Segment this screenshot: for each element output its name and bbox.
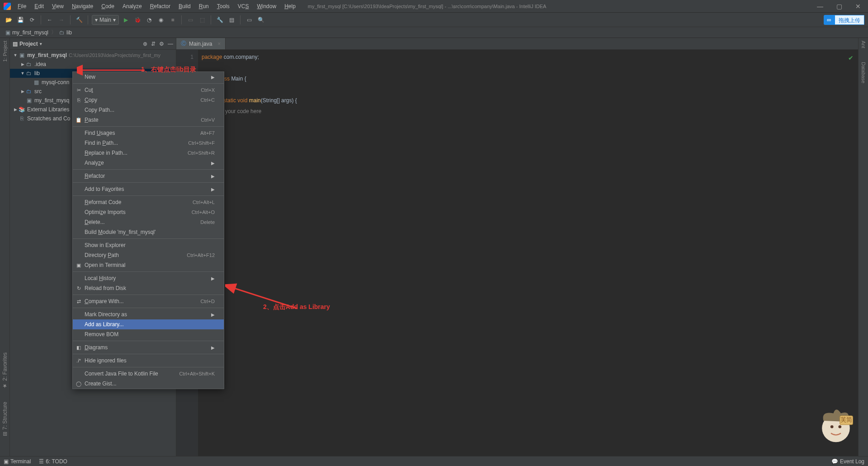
menu-item-add-to-favorites[interactable]: Add to Favorites▶: [73, 184, 224, 194]
dropdown-icon: ▾: [113, 17, 116, 23]
hide-icon[interactable]: —: [168, 41, 173, 47]
breadcrumb-my_first_mysql[interactable]: ▣my_first_mysql: [4, 29, 50, 36]
open-icon[interactable]: 📂: [4, 15, 14, 25]
menu-item-hide-ignored-files[interactable]: .i*Hide ignored files: [73, 356, 224, 366]
tool-tab-todo[interactable]: ☰ 6: TODO: [39, 458, 67, 465]
menu-file[interactable]: File: [14, 2, 29, 11]
menu-item-show-in-explorer[interactable]: Show in Explorer: [73, 240, 224, 250]
tool-tab-database[interactable]: Database: [861, 62, 866, 83]
menu-item-copy[interactable]: ⎘CopyCtrl+C: [73, 95, 224, 105]
menu-item-add-as-library[interactable]: Add as Library...: [73, 319, 224, 329]
locate-icon[interactable]: ⊕: [143, 41, 147, 47]
profile-icon[interactable]: ◉: [156, 15, 166, 25]
gear-icon[interactable]: ⚙: [159, 41, 164, 47]
menu-item-reformat-code[interactable]: Reformat CodeCtrl+Alt+L: [73, 197, 224, 207]
tab-close-icon[interactable]: ×: [217, 41, 221, 47]
settings-icon[interactable]: 🔧: [215, 15, 225, 25]
tool-tab-terminal[interactable]: ▣ Terminal: [4, 458, 31, 465]
menu-item-icon: ▣: [75, 262, 82, 268]
menu-refactor[interactable]: Refactor: [147, 2, 174, 11]
run-icon[interactable]: ▶: [121, 15, 131, 25]
chevron-right-icon: 〉: [51, 29, 57, 36]
menu-item-optimize-imports[interactable]: Optimize ImportsCtrl+Alt+O: [73, 207, 224, 217]
menu-tools[interactable]: Tools: [214, 2, 233, 11]
menu-edit[interactable]: Edit: [31, 2, 47, 11]
tree-twisty-icon[interactable]: ▼: [13, 53, 18, 57]
menu-item-delete[interactable]: Delete...Delete: [73, 217, 224, 227]
stop-icon[interactable]: ■: [168, 15, 178, 25]
menu-separator: [73, 238, 224, 239]
tool-tab-event-log[interactable]: 💬 Event Log: [831, 458, 864, 465]
menu-help[interactable]: Help: [281, 2, 299, 11]
back-icon[interactable]: ←: [45, 15, 55, 25]
menu-item-find-in-path[interactable]: Find in Path...Ctrl+Shift+F: [73, 138, 224, 148]
maximize-icon[interactable]: ▢: [833, 3, 845, 10]
tree-twisty-icon[interactable]: ▼: [20, 71, 25, 76]
menu-vcs[interactable]: VCS: [235, 2, 252, 11]
menu-item-copy-path[interactable]: Copy Path...: [73, 105, 224, 115]
actions-icon[interactable]: ▭: [244, 15, 254, 25]
menu-item-directory-path[interactable]: Directory PathCtrl+Alt+F12: [73, 250, 224, 260]
jar-icon: ▦: [33, 79, 40, 86]
menu-shortcut: Alt+F7: [200, 130, 215, 136]
tree-item-my-first-mysql[interactable]: ▼▣my_first_mysqlC:\Users\20193\IdeaProje…: [10, 51, 176, 60]
breadcrumb-lib[interactable]: 🗀lib: [57, 29, 74, 36]
menu-item-local-history[interactable]: Local History▶: [73, 273, 224, 283]
menu-item-compare-with[interactable]: ⇄Compare With...Ctrl+D: [73, 296, 224, 306]
expand-icon[interactable]: ⇵: [151, 41, 156, 47]
debug-icon[interactable]: 🐞: [132, 15, 142, 25]
code-editor[interactable]: 1 package com.company; public class Main…: [176, 50, 858, 456]
menu-view[interactable]: View: [49, 2, 67, 11]
minimize-icon[interactable]: —: [814, 3, 826, 10]
inspection-ok-icon[interactable]: ✔: [848, 52, 854, 63]
menu-code[interactable]: Code: [98, 2, 118, 11]
sync-icon[interactable]: ⟳: [27, 15, 37, 25]
menu-item-cut[interactable]: ✂CutCtrl+X: [73, 85, 224, 95]
sdk-icon[interactable]: ⬚: [197, 15, 207, 25]
build-icon[interactable]: 🔨: [74, 15, 84, 25]
menu-item-label: Reload from Disk: [85, 285, 126, 291]
run-config-selector[interactable]: ▾ Main ▾: [92, 15, 119, 25]
menu-item-convert-java-file-to-kotlin-file[interactable]: Convert Java File to Kotlin FileCtrl+Alt…: [73, 369, 224, 379]
menu-item-remove-bom[interactable]: Remove BOM: [73, 329, 224, 339]
menu-item-analyze[interactable]: Analyze▶: [73, 158, 224, 168]
menu-item-create-gist[interactable]: ◯Create Gist...: [73, 379, 224, 389]
breadcrumb-label: lib: [66, 29, 72, 36]
forward-icon[interactable]: →: [57, 15, 66, 25]
menu-item-replace-in-path[interactable]: Replace in Path...Ctrl+Shift+R: [73, 148, 224, 158]
menu-navigate[interactable]: Navigate: [69, 2, 96, 11]
project-view-selector[interactable]: ▤ Project ▾: [13, 41, 42, 47]
menu-item-diagrams[interactable]: ◧Diagrams▶: [73, 342, 224, 352]
menu-item-label: Refactor: [85, 173, 105, 179]
tool-tab-ant[interactable]: Ant: [861, 41, 866, 48]
avd-icon[interactable]: ▭: [185, 15, 195, 25]
menu-item-find-usages[interactable]: Find UsagesAlt+F7: [73, 128, 224, 138]
menu-window[interactable]: Window: [254, 2, 279, 11]
menu-item-open-in-terminal[interactable]: ▣Open in Terminal: [73, 260, 224, 270]
tool-tab-project[interactable]: 1: Project: [2, 41, 8, 62]
menu-item-paste[interactable]: 📋PasteCtrl+V: [73, 115, 224, 125]
menu-item-reload-from-disk[interactable]: ↻Reload from Disk: [73, 283, 224, 293]
tool-tab-favorites[interactable]: ★2: Favorites: [2, 352, 8, 389]
menu-analyze[interactable]: Analyze: [119, 2, 145, 11]
tab-main-java[interactable]: Ⓒ Main.java ×: [176, 38, 226, 49]
save-all-icon[interactable]: 💾: [15, 15, 25, 25]
tree-label: mysql-conn: [42, 79, 69, 86]
menu-item-build-module-my-first-mysql[interactable]: Build Module 'my_first_mysql': [73, 227, 224, 237]
tree-twisty-icon[interactable]: ▶: [13, 107, 18, 112]
upload-button[interactable]: ∞ 拖拽上传: [824, 15, 864, 25]
coverage-icon[interactable]: ◔: [144, 15, 154, 25]
project-structure-icon[interactable]: ▤: [226, 15, 236, 25]
context-menu[interactable]: New▶✂CutCtrl+X⎘CopyCtrl+CCopy Path...📋Pa…: [72, 71, 224, 389]
tree-twisty-icon[interactable]: ▶: [20, 89, 25, 94]
menu-item-label: Find in Path...: [85, 140, 118, 146]
search-everywhere-icon[interactable]: 🔍: [256, 15, 266, 25]
tree-twisty-icon[interactable]: ▶: [20, 62, 25, 67]
menu-build[interactable]: Build: [175, 2, 194, 11]
menu-item-refactor[interactable]: Refactor▶: [73, 171, 224, 181]
close-icon[interactable]: ✕: [852, 3, 864, 10]
tool-tab-structure[interactable]: ⊞7: Structure: [2, 402, 8, 436]
submenu-arrow-icon: ▶: [211, 161, 215, 166]
menu-item-mark-directory-as[interactable]: Mark Directory as▶: [73, 309, 224, 319]
menu-run[interactable]: Run: [196, 2, 212, 11]
